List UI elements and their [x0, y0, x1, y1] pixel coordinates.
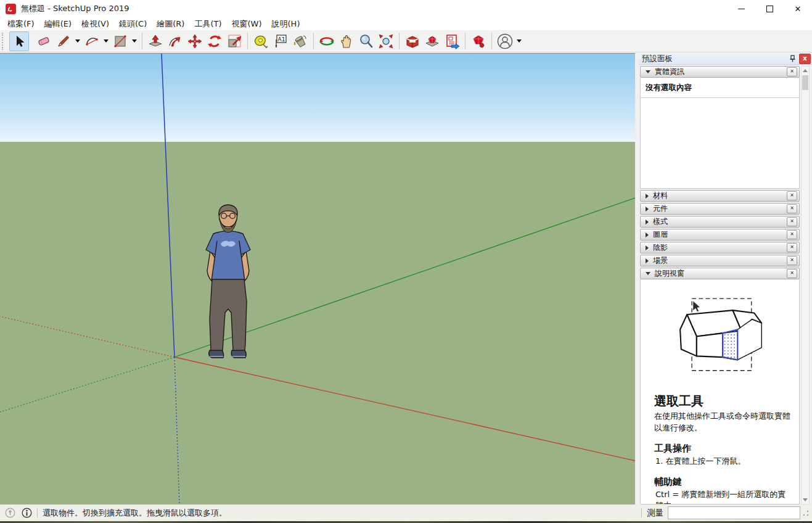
shape-tool-dropdown[interactable] [130, 32, 139, 51]
instructor-title: 選取工具 [654, 393, 792, 410]
toolbar-separator [399, 33, 400, 49]
menu-edit[interactable]: 編輯(E) [39, 17, 76, 31]
rectangle-icon [112, 33, 128, 49]
rotate-icon [207, 33, 223, 49]
tape-measure-tool-button[interactable] [251, 31, 271, 51]
menu-window[interactable]: 視窗(W) [227, 17, 267, 31]
account-dropdown[interactable] [515, 32, 523, 51]
measurements-label: 測量 [647, 508, 663, 519]
section-close-button[interactable]: ✕ [787, 204, 797, 213]
statusbar-separator [37, 508, 38, 517]
chevron-down-icon [132, 39, 137, 43]
toolbar-drag-handle[interactable] [2, 33, 6, 50]
section-close-button[interactable]: ✕ [787, 67, 797, 76]
section-close-button[interactable]: ✕ [787, 243, 797, 252]
menu-file[interactable]: 檔案(F) [2, 17, 39, 31]
minimize-button[interactable] [727, 0, 755, 17]
shape-tool-button[interactable] [110, 31, 130, 51]
section-materials[interactable]: 材料 ✕ [640, 190, 800, 202]
pencil-icon [55, 33, 72, 49]
scale-tool-button[interactable] [224, 31, 244, 51]
resize-grip-icon[interactable] [803, 510, 809, 516]
arc-icon [84, 33, 100, 49]
close-icon: ✕ [795, 5, 802, 13]
rotate-tool-button[interactable] [205, 31, 224, 51]
section-label: 圖層 [653, 229, 787, 240]
section-close-button[interactable]: ✕ [787, 217, 797, 226]
entity-info-body: 沒有選取內容 [640, 78, 800, 189]
pushpull-icon [147, 33, 163, 49]
paint-bucket-tool-button[interactable] [290, 31, 310, 51]
expand-triangle-icon [646, 207, 649, 212]
line-tool-dropdown[interactable] [73, 32, 82, 51]
credits-info-icon[interactable] [22, 508, 32, 518]
eraser-tool-button[interactable] [34, 31, 54, 51]
orbit-tool-button[interactable] [317, 31, 337, 51]
toolbar-separator [247, 33, 248, 49]
section-close-button[interactable]: ✕ [787, 256, 797, 265]
section-shadows[interactable]: 陰影 ✕ [640, 242, 800, 253]
text-tool-button[interactable]: A1 [271, 31, 290, 51]
followme-tool-button[interactable] [165, 31, 185, 51]
section-entity-info[interactable]: 實體資訊 ✕ [640, 66, 800, 78]
menu-help[interactable]: 說明(H) [267, 17, 305, 31]
section-close-button[interactable]: ✕ [787, 191, 797, 200]
panel-title: 預設面板 [642, 54, 787, 64]
tape-measure-icon [253, 33, 269, 49]
paint-bucket-icon [292, 33, 308, 49]
modeling-viewport[interactable] [0, 53, 635, 505]
sky [0, 54, 635, 142]
section-label: 說明視窗 [655, 268, 787, 279]
extension-warehouse-button[interactable] [469, 31, 488, 51]
instructor-modifier-heading: 輔助鍵 [654, 476, 792, 488]
arc-tool-button[interactable] [82, 31, 102, 51]
ground-plane [0, 142, 635, 505]
expand-triangle-icon [646, 245, 649, 250]
move-icon [187, 33, 203, 49]
move-tool-button[interactable] [185, 31, 205, 51]
instructor-operation-heading: 工具操作 [654, 443, 792, 455]
section-close-button[interactable]: ✕ [787, 269, 797, 278]
geolocation-icon[interactable] [5, 508, 15, 518]
3d-warehouse-icon [404, 33, 420, 49]
section-styles[interactable]: 樣式 ✕ [640, 216, 800, 228]
menu-tools[interactable]: 工具(T) [189, 17, 226, 31]
zoom-extents-icon [378, 33, 394, 49]
select-tool-button[interactable] [9, 31, 29, 51]
panel-header: 預設面板 x [639, 53, 812, 65]
section-instructor[interactable]: 說明視窗 ✕ [640, 268, 800, 279]
section-label: 樣式 [653, 216, 787, 227]
panel-scrollbar[interactable] [801, 66, 810, 504]
zoom-extents-tool-button[interactable] [376, 31, 396, 51]
panel-body: 實體資訊 ✕ 沒有選取內容 材料 ✕ 元件 ✕ 樣式 ✕ [640, 66, 800, 504]
pan-tool-button[interactable] [337, 31, 356, 51]
section-close-button[interactable]: ✕ [787, 230, 797, 239]
scrollbar-thumb[interactable] [802, 75, 808, 90]
maximize-icon [766, 6, 773, 12]
share-model-button[interactable] [422, 31, 442, 51]
section-components[interactable]: 元件 ✕ [640, 203, 800, 215]
arc-tool-dropdown[interactable] [102, 32, 110, 51]
3d-warehouse-button[interactable] [403, 31, 422, 51]
zoom-tool-button[interactable] [356, 31, 376, 51]
pushpull-tool-button[interactable] [146, 31, 165, 51]
scroll-down-arrow-icon[interactable] [802, 496, 809, 504]
scroll-up-arrow-icon[interactable] [802, 67, 809, 75]
line-tool-button[interactable] [54, 31, 73, 51]
section-layers[interactable]: 圖層 ✕ [640, 229, 800, 241]
expand-triangle-icon [646, 258, 649, 263]
chevron-down-icon [104, 39, 109, 43]
panel-close-button[interactable]: x [799, 54, 811, 64]
account-button[interactable] [495, 31, 515, 51]
instructor-description: 在使用其他操作工具或命令時選取實體以進行修改。 [654, 411, 792, 434]
close-button[interactable]: ✕ [784, 0, 812, 17]
maximize-button[interactable] [755, 0, 784, 17]
followme-icon [167, 33, 183, 49]
auto-hide-button[interactable] [787, 54, 798, 64]
section-scenes[interactable]: 場景 ✕ [640, 255, 800, 266]
measurements-input[interactable] [668, 506, 800, 519]
menu-view[interactable]: 檢視(V) [76, 17, 114, 31]
send-to-layout-button[interactable] [442, 31, 462, 51]
menu-draw[interactable]: 繪圖(R) [152, 17, 189, 31]
menu-camera[interactable]: 鏡頭(C) [114, 17, 152, 31]
